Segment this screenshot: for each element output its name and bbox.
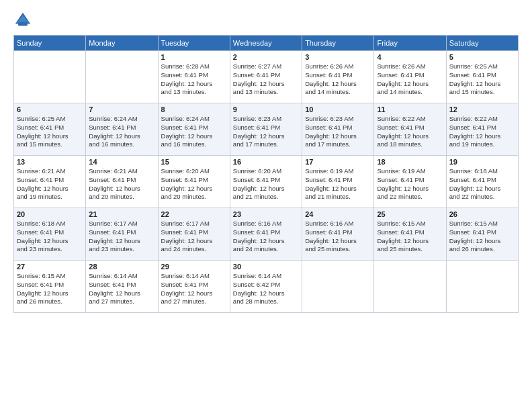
calendar-cell: 27Sunrise: 6:15 AM Sunset: 6:41 PM Dayli… [14,261,86,313]
day-number: 19 [449,158,515,166]
calendar-cell: 22Sunrise: 6:17 AM Sunset: 6:41 PM Dayli… [158,208,230,261]
day-info: Sunrise: 6:18 AM Sunset: 6:41 PM Dayligh… [17,220,83,254]
day-info: Sunrise: 6:15 AM Sunset: 6:41 PM Dayligh… [377,220,443,254]
header [13,11,519,30]
calendar-cell [374,261,446,313]
day-info: Sunrise: 6:22 AM Sunset: 6:41 PM Dayligh… [377,115,443,149]
day-number: 1 [161,53,227,61]
day-info: Sunrise: 6:27 AM Sunset: 6:41 PM Dayligh… [233,62,299,97]
day-number: 9 [233,105,299,113]
calendar-cell: 23Sunrise: 6:16 AM Sunset: 6:41 PM Dayli… [230,208,302,261]
week-row-4: 20Sunrise: 6:18 AM Sunset: 6:41 PM Dayli… [14,208,519,261]
calendar-cell: 20Sunrise: 6:18 AM Sunset: 6:41 PM Dayli… [14,208,86,261]
day-number: 21 [89,210,154,218]
day-info: Sunrise: 6:26 AM Sunset: 6:41 PM Dayligh… [305,62,371,97]
day-number: 29 [161,263,227,271]
calendar-cell [302,261,374,313]
weekday-thursday: Thursday [302,36,374,51]
calendar-cell: 25Sunrise: 6:15 AM Sunset: 6:41 PM Dayli… [374,208,446,261]
calendar-cell: 18Sunrise: 6:19 AM Sunset: 6:41 PM Dayli… [374,156,446,208]
day-info: Sunrise: 6:20 AM Sunset: 6:41 PM Dayligh… [161,167,227,201]
day-info: Sunrise: 6:16 AM Sunset: 6:41 PM Dayligh… [305,220,371,254]
day-info: Sunrise: 6:28 AM Sunset: 6:41 PM Dayligh… [161,62,227,97]
day-number: 25 [377,210,443,218]
day-info: Sunrise: 6:21 AM Sunset: 6:41 PM Dayligh… [89,167,154,201]
day-number: 26 [449,210,515,218]
svg-rect-2 [18,22,28,26]
day-number: 30 [233,263,299,271]
calendar-cell: 26Sunrise: 6:15 AM Sunset: 6:41 PM Dayli… [446,208,518,261]
day-number: 13 [17,158,83,166]
day-info: Sunrise: 6:23 AM Sunset: 6:41 PM Dayligh… [233,115,299,149]
calendar-cell: 19Sunrise: 6:18 AM Sunset: 6:41 PM Dayli… [446,156,518,208]
calendar-cell: 29Sunrise: 6:14 AM Sunset: 6:41 PM Dayli… [158,261,230,313]
day-number: 28 [89,263,154,271]
calendar-cell: 17Sunrise: 6:19 AM Sunset: 6:41 PM Dayli… [302,156,374,208]
calendar-cell: 14Sunrise: 6:21 AM Sunset: 6:41 PM Dayli… [86,156,158,208]
calendar-cell: 4Sunrise: 6:26 AM Sunset: 6:41 PM Daylig… [374,51,446,103]
calendar-cell: 1Sunrise: 6:28 AM Sunset: 6:41 PM Daylig… [158,51,230,103]
calendar-cell: 16Sunrise: 6:20 AM Sunset: 6:41 PM Dayli… [230,156,302,208]
day-info: Sunrise: 6:20 AM Sunset: 6:41 PM Dayligh… [233,167,299,201]
day-number: 12 [449,105,515,113]
day-info: Sunrise: 6:16 AM Sunset: 6:41 PM Dayligh… [233,220,299,254]
day-info: Sunrise: 6:17 AM Sunset: 6:41 PM Dayligh… [161,220,227,254]
day-number: 15 [161,158,227,166]
calendar-cell: 7Sunrise: 6:24 AM Sunset: 6:41 PM Daylig… [86,103,158,156]
day-info: Sunrise: 6:17 AM Sunset: 6:41 PM Dayligh… [89,220,154,254]
day-number: 22 [161,210,227,218]
day-info: Sunrise: 6:15 AM Sunset: 6:41 PM Dayligh… [449,220,515,254]
logo-icon [13,11,32,30]
calendar-cell: 28Sunrise: 6:14 AM Sunset: 6:41 PM Dayli… [86,261,158,313]
day-info: Sunrise: 6:23 AM Sunset: 6:41 PM Dayligh… [305,115,371,149]
day-info: Sunrise: 6:19 AM Sunset: 6:41 PM Dayligh… [377,167,443,201]
day-info: Sunrise: 6:14 AM Sunset: 6:41 PM Dayligh… [89,272,154,306]
calendar-cell: 9Sunrise: 6:23 AM Sunset: 6:41 PM Daylig… [230,103,302,156]
calendar-cell: 2Sunrise: 6:27 AM Sunset: 6:41 PM Daylig… [230,51,302,103]
day-info: Sunrise: 6:25 AM Sunset: 6:41 PM Dayligh… [449,62,515,97]
day-number: 24 [305,210,371,218]
page: SundayMondayTuesdayWednesdayThursdayFrid… [0,0,532,411]
calendar-cell: 24Sunrise: 6:16 AM Sunset: 6:41 PM Dayli… [302,208,374,261]
calendar-cell: 6Sunrise: 6:25 AM Sunset: 6:41 PM Daylig… [14,103,86,156]
calendar-cell [446,261,518,313]
day-number: 3 [305,53,371,61]
day-number: 14 [89,158,154,166]
day-info: Sunrise: 6:22 AM Sunset: 6:41 PM Dayligh… [449,115,515,149]
calendar-cell: 15Sunrise: 6:20 AM Sunset: 6:41 PM Dayli… [158,156,230,208]
week-row-3: 13Sunrise: 6:21 AM Sunset: 6:41 PM Dayli… [14,156,519,208]
day-number: 10 [305,105,371,113]
weekday-tuesday: Tuesday [158,36,230,51]
logo [13,11,34,30]
day-number: 20 [17,210,83,218]
calendar-cell [86,51,158,103]
calendar-cell [14,51,86,103]
calendar-cell: 21Sunrise: 6:17 AM Sunset: 6:41 PM Dayli… [86,208,158,261]
day-info: Sunrise: 6:14 AM Sunset: 6:41 PM Dayligh… [161,272,227,306]
day-number: 18 [377,158,443,166]
day-number: 11 [377,105,443,113]
calendar-cell: 3Sunrise: 6:26 AM Sunset: 6:41 PM Daylig… [302,51,374,103]
day-info: Sunrise: 6:24 AM Sunset: 6:41 PM Dayligh… [89,115,154,149]
calendar-cell: 8Sunrise: 6:24 AM Sunset: 6:41 PM Daylig… [158,103,230,156]
week-row-1: 1Sunrise: 6:28 AM Sunset: 6:41 PM Daylig… [14,51,519,103]
weekday-friday: Friday [374,36,446,51]
day-number: 23 [233,210,299,218]
day-number: 17 [305,158,371,166]
day-info: Sunrise: 6:21 AM Sunset: 6:41 PM Dayligh… [17,167,83,201]
calendar-cell: 5Sunrise: 6:25 AM Sunset: 6:41 PM Daylig… [446,51,518,103]
weekday-saturday: Saturday [446,36,518,51]
day-info: Sunrise: 6:26 AM Sunset: 6:41 PM Dayligh… [377,62,443,97]
weekday-monday: Monday [86,36,158,51]
day-info: Sunrise: 6:18 AM Sunset: 6:41 PM Dayligh… [449,167,515,201]
day-number: 16 [233,158,299,166]
day-number: 4 [377,53,443,61]
day-number: 5 [449,53,515,61]
weekday-sunday: Sunday [14,36,86,51]
calendar-cell: 30Sunrise: 6:14 AM Sunset: 6:42 PM Dayli… [230,261,302,313]
day-number: 2 [233,53,299,61]
day-info: Sunrise: 6:14 AM Sunset: 6:42 PM Dayligh… [233,272,299,306]
day-number: 6 [17,105,83,113]
calendar-cell: 10Sunrise: 6:23 AM Sunset: 6:41 PM Dayli… [302,103,374,156]
day-info: Sunrise: 6:15 AM Sunset: 6:41 PM Dayligh… [17,272,83,306]
